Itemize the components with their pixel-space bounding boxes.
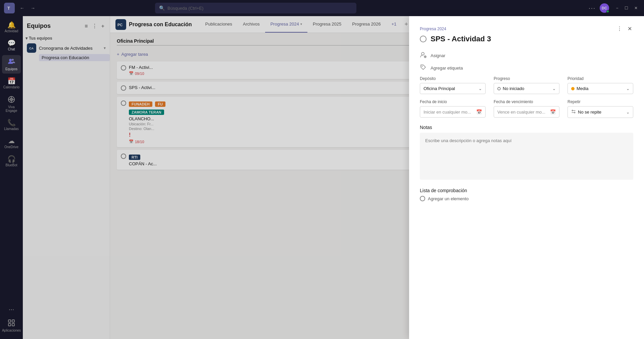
search-bar[interactable]: 🔍 [155, 3, 356, 13]
task-content: SPS - Activi... [129, 85, 155, 90]
close-button[interactable]: ✕ [632, 4, 640, 12]
progreso-chevron: ⌄ [552, 86, 556, 91]
sidebar-item-bluebot[interactable]: 🎧 BlueBot [2, 153, 21, 170]
calendar-icon: 📅 [129, 139, 134, 144]
task-location: Ubicación: Fr... [129, 122, 167, 126]
sidebar-item-onedrive[interactable]: ☁ OneDrive [2, 135, 21, 152]
channel-list: Progresa con Educación [23, 54, 110, 61]
more-teams-button[interactable]: ⋮ [91, 22, 99, 31]
sidebar-item-chat[interactable]: 💬 Chat [2, 37, 21, 54]
fecha-inicio-field: Fecha de inicio Iniciar en cualquier mo.… [420, 99, 486, 118]
panel-title: SPS - Actividad 3 [431, 35, 491, 43]
fecha-vencimiento-input[interactable]: Vence en cualquier mo... 📅 [494, 106, 559, 118]
panel-more-button[interactable]: ⋮ [615, 24, 624, 33]
prioridad-value: Media [577, 86, 588, 91]
add-item-label: Agregar un elemento [428, 196, 468, 201]
search-input[interactable] [167, 6, 352, 11]
task-checkbox[interactable] [121, 100, 126, 106]
sidebar-item-viva[interactable]: Viva Engage [2, 93, 21, 115]
more-options-button[interactable]: ··· [589, 5, 596, 12]
tab-progresa2024[interactable]: Progresa 2024 ▾ [265, 16, 307, 33]
team-entry-cronograma[interactable]: CA Cronograma de Actividades ▾ [23, 42, 110, 54]
tab-progresa2026[interactable]: Progresa 2026 [347, 16, 386, 33]
task-title: COPÁN - Ac... [129, 161, 157, 166]
more-icon: ··· [9, 306, 14, 312]
panel-header-actions: ⋮ ✕ [615, 24, 633, 33]
prioridad-field: Prioridad Media ⌄ [567, 76, 633, 94]
tag-icon [420, 64, 427, 72]
channel-item-progresa[interactable]: Progresa con Educación [39, 54, 110, 61]
task-checkbox[interactable] [121, 65, 126, 71]
team-sidebar-actions: ≡ ⋮ + [83, 22, 106, 31]
tab-progresa2025[interactable]: Progresa 2025 [307, 16, 347, 33]
maximize-button[interactable]: ☐ [623, 4, 631, 12]
bluebot-icon: 🎧 [7, 156, 16, 162]
progreso-label: Progreso [494, 76, 559, 81]
sidebar-item-calendario[interactable]: 📅 Calendario [2, 75, 21, 92]
svg-rect-11 [12, 324, 14, 326]
channel-tabs: Publicaciones Archivos Progresa 2024 ▾ P… [200, 16, 409, 33]
svg-rect-8 [8, 320, 11, 322]
task-title: OLANCHO... [129, 116, 167, 121]
team-section-header[interactable]: ▾ Tus equipos [23, 35, 110, 42]
fecha-vencimiento-label: Fecha de vencimiento [494, 99, 559, 104]
tag-row[interactable]: Agregar etiqueta [420, 64, 633, 72]
add-team-button[interactable]: + [100, 22, 106, 31]
task-title: FM - Activi... [129, 65, 153, 70]
calendar-icon: 📅 [129, 71, 134, 76]
fecha-vencimiento-placeholder: Vence en cualquier mo... [497, 110, 545, 115]
team-sidebar: Equipos ≡ ⋮ + ▾ Tus equipos CA Cronogram… [23, 16, 110, 339]
fecha-inicio-input[interactable]: Iniciar en cualquier mo... 📅 [420, 106, 486, 118]
task-destination: Destino: Olan... [129, 127, 167, 131]
task-content: RTI COPÁN - Ac... [129, 153, 157, 166]
svg-rect-9 [12, 320, 14, 322]
tab-more[interactable]: +1 [386, 16, 402, 33]
add-tab-button[interactable]: + [403, 19, 409, 29]
deposito-select[interactable]: Oficina Principal ⌄ [420, 83, 486, 94]
prioridad-select[interactable]: Media ⌄ [567, 83, 633, 94]
minimize-button[interactable]: − [613, 4, 621, 12]
progreso-select[interactable]: No iniciado ⌄ [494, 83, 559, 94]
svg-point-3 [12, 59, 14, 61]
team-section: ▾ Tus equipos CA Cronograma de Actividad… [23, 33, 110, 62]
notes-textarea[interactable] [420, 133, 633, 180]
tab-archivos[interactable]: Archivos [238, 16, 265, 33]
task-checkbox[interactable] [121, 154, 126, 159]
sidebar-item-apps[interactable]: Aplicaciones [2, 316, 21, 335]
svg-rect-10 [8, 324, 11, 326]
sidebar-item-llamadas[interactable]: 📞 Llamadas [2, 117, 21, 133]
sidebar-item-actividad[interactable]: 🔔 Actividad [2, 19, 21, 36]
activity-icon: 🔔 [7, 22, 16, 28]
assign-row[interactable]: Asignar [420, 51, 633, 60]
panel-title-row: SPS - Actividad 3 [420, 35, 633, 43]
back-button[interactable]: ← [17, 3, 27, 13]
tab-publicaciones[interactable]: Publicaciones [200, 16, 238, 33]
task-date: 📅 18/10 [129, 139, 167, 144]
sidebar-item-more[interactable]: ··· [2, 303, 21, 315]
calls-icon: 📞 [7, 119, 16, 126]
fecha-inicio-placeholder: Iniciar en cualquier mo... [424, 110, 471, 115]
title-bar-left: T ← → [4, 3, 38, 13]
teams-icon [8, 58, 15, 66]
search-icon: 🔍 [159, 5, 165, 11]
filter-button[interactable]: ≡ [83, 22, 89, 31]
team-sidebar-title: Equipos [27, 23, 51, 30]
section-label: Tus equipos [29, 36, 52, 41]
status-dot [497, 87, 501, 90]
team-logo: CA [27, 43, 36, 53]
calendar-icon: 📅 [7, 78, 16, 84]
svg-point-23 [422, 52, 424, 55]
calendar-icon-2: 📅 [550, 109, 556, 115]
forward-button[interactable]: → [28, 3, 38, 13]
panel-close-button[interactable]: ✕ [626, 24, 633, 33]
plus-icon: + [117, 52, 119, 57]
channel-logo: PC [115, 19, 126, 30]
tab-chevron: ▾ [300, 22, 302, 26]
panel-title-checkbox[interactable] [420, 36, 427, 42]
chat-icon: 💬 [7, 40, 16, 46]
repeat-icon [571, 109, 576, 115]
sidebar-item-equipos[interactable]: Equipos [2, 55, 21, 74]
add-item-row[interactable]: Agregar un elemento [420, 196, 633, 201]
repetir-select[interactable]: No se repite ⌄ [567, 106, 633, 118]
task-checkbox[interactable] [121, 85, 126, 91]
